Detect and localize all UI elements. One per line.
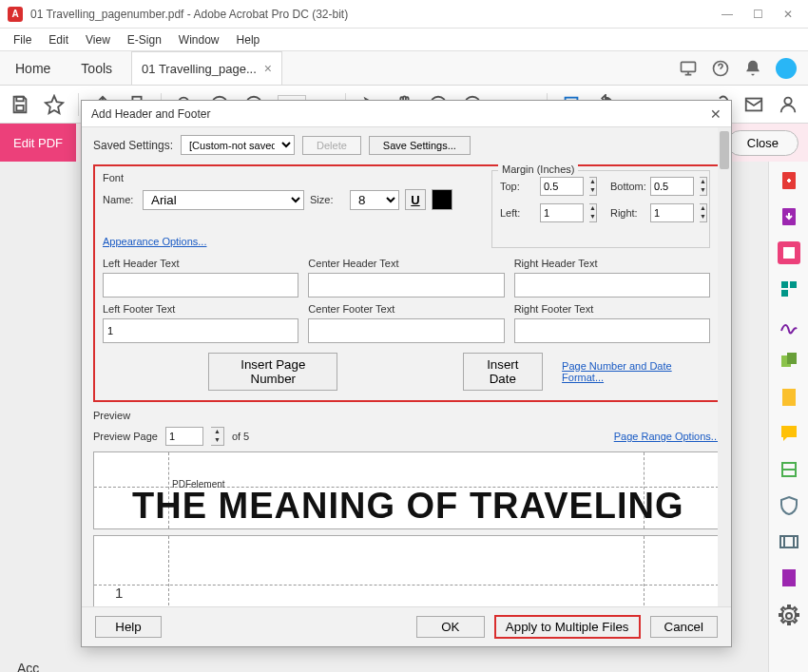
help-icon[interactable] xyxy=(711,59,730,78)
help-button[interactable]: Help xyxy=(95,616,162,638)
left-header-label: Left Header Text xyxy=(103,258,298,269)
margin-section: Margin (Inches) Top: ▲▼ Bottom: ▲▼ Left:… xyxy=(491,170,710,248)
edit-pdf-icon[interactable] xyxy=(778,241,800,264)
scan-icon[interactable] xyxy=(778,458,800,481)
svg-rect-22 xyxy=(787,353,797,364)
svg-rect-3 xyxy=(16,105,23,110)
scrollbar-thumb[interactable] xyxy=(720,131,729,169)
window-title: 01 Travelling_pagenumber.pdf - Adobe Acr… xyxy=(30,8,721,21)
maximize-button[interactable]: ☐ xyxy=(751,8,764,21)
saved-settings-label: Saved Settings: xyxy=(93,139,173,152)
document-text-fragment: Acc hav it e ver xyxy=(17,658,340,672)
right-header-label: Right Header Text xyxy=(514,258,710,269)
margin-bottom-input[interactable] xyxy=(650,177,694,196)
organize-icon[interactable] xyxy=(778,278,800,300)
insert-page-number-button[interactable]: Insert Page Number xyxy=(208,353,337,391)
account-icon[interactable] xyxy=(778,94,798,115)
create-pdf-icon[interactable] xyxy=(778,169,800,192)
edit-pdf-label: Edit PDF xyxy=(0,124,76,162)
video-icon[interactable] xyxy=(778,530,800,553)
margin-top-spinner[interactable]: ▲▼ xyxy=(589,177,597,196)
right-tools-sidebar xyxy=(768,162,808,672)
margin-top-label: Top: xyxy=(500,181,534,192)
svg-rect-26 xyxy=(782,569,796,586)
appearance-options-link[interactable]: Appearance Options... xyxy=(103,236,206,247)
margin-right-spinner[interactable]: ▲▼ xyxy=(700,203,707,222)
dialog-close-button[interactable]: ✕ xyxy=(710,106,721,122)
center-header-input[interactable] xyxy=(308,273,504,298)
protect-icon[interactable] xyxy=(778,494,800,517)
preview-of-label: of 5 xyxy=(232,431,249,442)
ok-button[interactable]: OK xyxy=(416,616,485,638)
right-footer-label: Right Footer Text xyxy=(514,303,710,315)
page-number-date-format-link[interactable]: Page Number and Date Format... xyxy=(562,360,710,383)
right-footer-input[interactable] xyxy=(514,318,710,343)
svg-rect-17 xyxy=(783,247,795,259)
save-settings-button[interactable]: Save Settings... xyxy=(369,136,471,155)
svg-rect-23 xyxy=(782,389,796,406)
close-edit-button[interactable]: Close xyxy=(727,130,798,156)
dialog-body: Saved Settings: [Custom-not saved] Delet… xyxy=(82,127,731,606)
header-footer-dialog: Add Header and Footer ✕ Saved Settings: … xyxy=(81,100,732,647)
menu-esign[interactable]: E-Sign xyxy=(120,30,169,49)
sign-icon[interactable] xyxy=(778,314,800,336)
menu-help[interactable]: Help xyxy=(229,30,268,49)
delete-button[interactable]: Delete xyxy=(302,136,361,155)
apply-multiple-button[interactable]: Apply to Multiple Files xyxy=(494,615,641,639)
margin-bottom-spinner[interactable]: ▲▼ xyxy=(700,177,707,196)
margin-left-input[interactable] xyxy=(540,203,584,222)
font-section-title: Font xyxy=(103,172,472,183)
dialog-title: Add Header and Footer xyxy=(91,107,210,121)
font-size-select[interactable]: 8 xyxy=(350,190,399,210)
left-footer-input[interactable] xyxy=(103,318,298,343)
menu-window[interactable]: Window xyxy=(171,30,227,49)
comment-icon[interactable] xyxy=(778,422,800,445)
svg-point-27 xyxy=(786,613,792,619)
tab-tools[interactable]: Tools xyxy=(66,51,127,85)
underline-button[interactable]: U xyxy=(405,189,426,210)
tab-home[interactable]: Home xyxy=(0,51,66,85)
saved-settings-select[interactable]: [Custom-not saved] xyxy=(181,135,295,155)
font-color-button[interactable] xyxy=(432,189,452,210)
title-bar: A 01 Travelling_pagenumber.pdf - Adobe A… xyxy=(0,0,808,29)
close-window-button[interactable]: ✕ xyxy=(781,8,795,21)
center-footer-input[interactable] xyxy=(308,318,504,343)
export-pdf-icon[interactable] xyxy=(778,205,800,228)
tab-document-label: 01 Travelling_page... xyxy=(142,62,257,76)
screen-icon[interactable] xyxy=(679,59,698,78)
save-icon[interactable] xyxy=(10,94,30,115)
preview-page-spinner[interactable]: ▲▼ xyxy=(211,427,224,446)
more-tools-icon[interactable] xyxy=(778,603,800,625)
user-avatar[interactable] xyxy=(776,58,797,79)
menu-view[interactable]: View xyxy=(78,30,118,49)
mail-icon[interactable] xyxy=(743,94,764,115)
tab-document[interactable]: 01 Travelling_page... × xyxy=(131,51,282,85)
combine-icon[interactable] xyxy=(778,350,800,373)
page-range-options-link[interactable]: Page Range Options... xyxy=(614,431,720,442)
bell-icon[interactable] xyxy=(743,59,762,78)
preview-page-input[interactable] xyxy=(165,427,203,446)
left-header-input[interactable] xyxy=(103,273,298,298)
svg-rect-0 xyxy=(682,62,696,71)
menu-edit[interactable]: Edit xyxy=(41,30,76,49)
minimize-button[interactable]: — xyxy=(721,8,734,21)
preview-footer-number: 1 xyxy=(115,585,123,601)
font-size-label: Size: xyxy=(310,194,344,205)
font-name-select[interactable]: Arial xyxy=(143,190,304,210)
menu-file[interactable]: File xyxy=(6,30,39,49)
insert-date-button[interactable]: Insert Date xyxy=(463,353,544,391)
margin-right-input[interactable] xyxy=(650,203,694,222)
preview-headline: THE MEANING OF TRAVELING xyxy=(132,486,709,527)
compress-icon[interactable] xyxy=(778,386,800,409)
app-icon: A xyxy=(8,7,23,22)
footer-preview: 1 xyxy=(93,535,720,606)
right-header-input[interactable] xyxy=(514,273,710,298)
star-icon[interactable] xyxy=(44,94,65,115)
cancel-button[interactable]: Cancel xyxy=(650,616,719,638)
margin-top-input[interactable] xyxy=(540,177,584,196)
margin-left-spinner[interactable]: ▲▼ xyxy=(589,203,597,222)
svg-rect-18 xyxy=(781,281,788,288)
dialog-scrollbar[interactable] xyxy=(718,127,731,606)
tab-close-icon[interactable]: × xyxy=(264,61,272,76)
redact-icon[interactable] xyxy=(778,566,800,589)
